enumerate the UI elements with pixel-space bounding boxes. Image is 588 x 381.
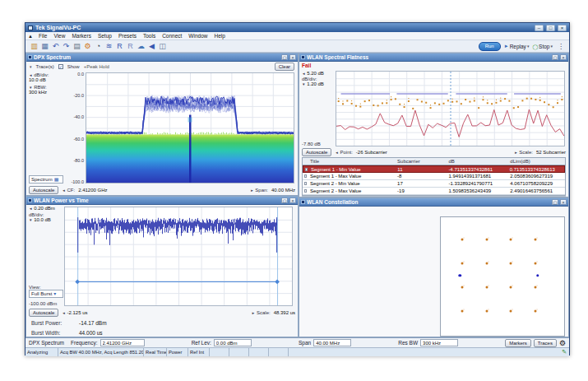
- constellation-point: [461, 263, 463, 265]
- traces-button[interactable]: Traces: [534, 339, 557, 347]
- frequency-input[interactable]: [100, 339, 145, 346]
- stop-button[interactable]: ◯ Stop ▾: [532, 44, 553, 49]
- point-value[interactable]: -26 Subcarrier: [356, 150, 387, 155]
- panel-spectral-flatness: WLAN Spectral Flatness ▢ × Fail ◄ 5.20 d…: [299, 53, 569, 197]
- chevron-down-icon[interactable]: ▾: [550, 44, 553, 49]
- panel-maximize-icon[interactable]: ▢: [552, 54, 558, 60]
- print-icon[interactable]: ▤: [72, 41, 82, 51]
- menu-item-help[interactable]: Help: [211, 32, 228, 40]
- table-row[interactable]: Segment 1 - Min Value11-4.71351337432861…: [303, 165, 565, 173]
- menu-item-file[interactable]: File: [35, 32, 50, 40]
- edit-pencil-icon[interactable]: ✎: [559, 348, 569, 356]
- menu-item-markers[interactable]: Markers: [68, 32, 94, 40]
- cloud-icon[interactable]: ☁: [136, 41, 146, 51]
- panel-close-icon[interactable]: ×: [560, 54, 567, 60]
- active-display-label[interactable]: DPX Spectrum: [29, 340, 68, 346]
- table-row[interactable]: Segment 2 - Min Value17-1.33289241790771…: [303, 180, 565, 188]
- row-selector[interactable]: [304, 174, 307, 178]
- column-header[interactable]: dLim(dB): [508, 159, 565, 164]
- flatness-y-top[interactable]: 5.20 dB: [307, 71, 324, 76]
- flatness-panel-header[interactable]: WLAN Spectral Flatness ▢ ×: [299, 53, 568, 62]
- menu-item-connect[interactable]: Connect: [159, 32, 185, 40]
- flatness-gutter: Fail ◄ 5.20 dB dB/div: ▼ 1.20 dB -7.80 d…: [299, 62, 336, 147]
- app-icon: [28, 26, 33, 30]
- pvt-x-left[interactable]: -2.125 us: [67, 310, 88, 315]
- menu-item-window[interactable]: Window: [185, 32, 211, 40]
- pvt-scale-value[interactable]: 48.392 us: [274, 310, 295, 315]
- db-div-value[interactable]: 10.0 dB: [29, 77, 63, 82]
- view-dropdown[interactable]: Full Burst ▾: [29, 290, 63, 298]
- panel-maximize-icon[interactable]: ▢: [281, 197, 288, 203]
- markers-button[interactable]: Markers: [505, 339, 531, 347]
- chevron-down-icon[interactable]: ▾: [527, 44, 530, 49]
- row-selector[interactable]: [305, 168, 308, 171]
- settings-gear-icon[interactable]: ⚙: [82, 41, 93, 51]
- redo-icon[interactable]: ↷: [61, 41, 72, 51]
- y-tick-label: -80.0: [73, 158, 84, 163]
- pvt-panel-header[interactable]: WLAN Power vs Time ▢ ×: [26, 197, 298, 205]
- overflow-menu-icon[interactable]: ⋮: [556, 43, 566, 50]
- panel-close-icon[interactable]: ×: [560, 199, 567, 205]
- burst-width-row: Burst Width: 44.000 us: [26, 328, 298, 337]
- title-bar[interactable]: Tek SignalVu-PC – □ ×: [25, 23, 569, 32]
- undo-icon[interactable]: ↶: [50, 41, 61, 51]
- menu-item-setup[interactable]: Setup: [95, 32, 115, 40]
- flatness-scale-value[interactable]: 52 Subcarrier: [536, 150, 566, 155]
- show-checkbox[interactable]: ✓: [58, 64, 63, 69]
- marker-table-icon[interactable]: R: [125, 41, 136, 51]
- audio-icon[interactable]: ◀: [146, 41, 157, 51]
- constellation-panel-header[interactable]: WLAN Constellation ▢ ×: [299, 198, 568, 207]
- spectrum-display-icon[interactable]: ≋: [104, 41, 114, 51]
- table-row[interactable]: Segment 2 - Max Value-191.50983536243439…: [303, 188, 565, 195]
- close-button[interactable]: ×: [558, 25, 567, 31]
- traces-dropdown[interactable]: Trace(s): [36, 64, 54, 69]
- table-scrollbar[interactable]: [302, 196, 566, 197]
- dpx-spectrum-plot[interactable]: [86, 73, 294, 183]
- span-value[interactable]: 40.00 MHz: [271, 188, 295, 193]
- cf-value[interactable]: 2.41200 GHz: [78, 188, 107, 193]
- clear-button[interactable]: Clear: [275, 63, 294, 71]
- row-selector[interactable]: [304, 189, 307, 193]
- panel-close-icon[interactable]: ×: [289, 197, 296, 203]
- dpx-panel-header[interactable]: DPX Spectrum ▢ ×: [26, 53, 298, 62]
- trace-name[interactable]: +Peak Hold: [84, 64, 109, 69]
- open-file-icon[interactable]: ▥: [29, 41, 39, 51]
- constellation-point: [485, 286, 488, 288]
- column-header[interactable]: Subcarrier: [396, 159, 447, 164]
- menu-item-view[interactable]: View: [50, 32, 68, 40]
- display-mode-dropdown[interactable]: Spectrum ▦: [29, 175, 63, 184]
- autoscale-button[interactable]: Autoscale: [302, 148, 331, 156]
- panel-close-icon[interactable]: ×: [289, 54, 296, 60]
- table-cell: Segment 1 - Max Value: [308, 174, 396, 179]
- column-header[interactable]: Title: [308, 159, 396, 164]
- pvt-y-top[interactable]: 0.20 dBm: [34, 206, 55, 211]
- constellation-point: [461, 239, 463, 241]
- ref-level-input[interactable]: [214, 339, 252, 346]
- replay-button[interactable]: ► Replay ▾: [504, 44, 530, 49]
- constellation-plot[interactable]: [440, 216, 565, 337]
- autoscale-button[interactable]: Autoscale: [29, 186, 58, 194]
- panel-maximize-icon[interactable]: ▢: [281, 54, 288, 60]
- marker-peak-icon[interactable]: R: [114, 41, 125, 51]
- menu-item-presets[interactable]: Presets: [115, 32, 140, 40]
- panel-maximize-icon[interactable]: ▢: [552, 199, 558, 205]
- run-button[interactable]: Run: [479, 42, 501, 51]
- chevron-down-icon[interactable]: ▾: [30, 64, 32, 69]
- minimize-button[interactable]: –: [535, 25, 544, 31]
- column-header[interactable]: dB: [447, 159, 508, 164]
- res-bw-input[interactable]: [420, 339, 458, 346]
- analysis-window-icon[interactable]: ◫: [157, 41, 168, 51]
- spectral-flatness-plot[interactable]: [336, 72, 564, 146]
- trigger-icon[interactable]: ◔: [93, 41, 104, 51]
- span-input[interactable]: [313, 339, 351, 346]
- table-header-row: TitleSubcarrierdBdLim(dB): [303, 158, 565, 165]
- menu-item-tools[interactable]: Tools: [140, 32, 159, 40]
- maximize-button[interactable]: □: [546, 25, 555, 31]
- dpx-gutter: ◄ dB/div: 10.0 dB ▼ RBW: 300 kHz Spectru…: [26, 72, 64, 184]
- table-row[interactable]: Segment 1 - Max Value-81.949143913716812…: [303, 173, 565, 180]
- save-icon[interactable]: ▦: [39, 41, 50, 51]
- row-selector[interactable]: [304, 182, 307, 185]
- power-vs-time-plot[interactable]: [65, 207, 292, 305]
- settings-gear-icon[interactable]: ⚙: [559, 339, 566, 347]
- autoscale-button[interactable]: Autoscale: [29, 309, 58, 317]
